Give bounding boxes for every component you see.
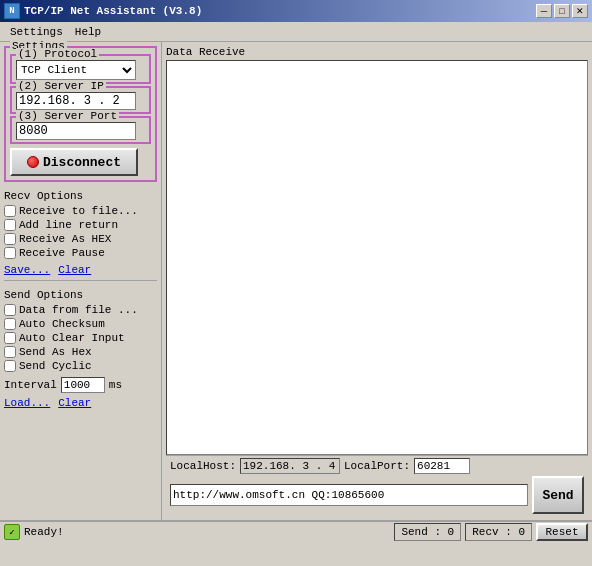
recv-save-link[interactable]: Save... bbox=[4, 264, 50, 276]
recv-count-panel: Recv : 0 bbox=[465, 523, 532, 541]
bottom-area: LocalHost: LocalPort: Send bbox=[166, 455, 588, 516]
menu-bar: Settings Help bbox=[0, 22, 592, 42]
send-checkbox-label-4: Send Cyclic bbox=[19, 360, 92, 372]
localhost-input[interactable] bbox=[240, 458, 340, 474]
recv-checkbox-input-2[interactable] bbox=[4, 233, 16, 245]
send-data-input[interactable] bbox=[170, 484, 528, 506]
localport-label: LocalPort: bbox=[344, 460, 410, 472]
divider bbox=[4, 280, 157, 281]
send-checkbox-label-1: Auto Checksum bbox=[19, 318, 105, 330]
data-receive-label: Data Receive bbox=[166, 46, 588, 58]
localport-input[interactable] bbox=[414, 458, 470, 474]
title-bar-title: TCP/IP Net Assistant (V3.8) bbox=[24, 5, 202, 17]
send-checkbox-input-4[interactable] bbox=[4, 360, 16, 372]
send-options: Send Options Data from file ... Auto Che… bbox=[4, 289, 157, 409]
send-checkbox-1: Auto Checksum bbox=[4, 317, 157, 331]
recv-checkbox-1: Add line return bbox=[4, 218, 157, 232]
protocol-select[interactable]: TCP Client TCP Server UDP bbox=[16, 60, 136, 80]
serverport-group: (3) Server Port bbox=[10, 116, 151, 144]
interval-row: Interval ms bbox=[4, 377, 157, 393]
send-checkbox-label-3: Send As Hex bbox=[19, 346, 92, 358]
recv-options: Recv Options Receive to file... Add line… bbox=[4, 190, 157, 276]
red-dot-icon bbox=[27, 156, 39, 168]
send-load-link[interactable]: Load... bbox=[4, 397, 50, 409]
send-count-panel: Send : 0 bbox=[394, 523, 461, 541]
send-checkbox-input-3[interactable] bbox=[4, 346, 16, 358]
localhost-label: LocalHost: bbox=[170, 460, 236, 472]
menu-help[interactable]: Help bbox=[69, 24, 107, 40]
serverport-input[interactable] bbox=[16, 122, 136, 140]
protocol-label: (1) Protocol bbox=[16, 48, 99, 60]
localhost-row: LocalHost: LocalPort: bbox=[170, 458, 584, 474]
right-panel: Data Receive LocalHost: LocalPort: Send bbox=[162, 42, 592, 520]
send-row: Send bbox=[170, 476, 584, 514]
serverip-input[interactable] bbox=[16, 92, 136, 110]
status-bar: ✓ Ready! Send : 0 Recv : 0 Reset bbox=[0, 520, 592, 542]
recv-checkbox-3: Receive Pause bbox=[4, 246, 157, 260]
send-checkbox-input-0[interactable] bbox=[4, 304, 16, 316]
send-checkbox-3: Send As Hex bbox=[4, 345, 157, 359]
app-icon: N bbox=[4, 3, 20, 19]
minimize-button[interactable]: ─ bbox=[536, 4, 552, 18]
recv-checkbox-2: Receive As HEX bbox=[4, 232, 157, 246]
left-panel: Settings (1) Protocol TCP Client TCP Ser… bbox=[0, 42, 162, 520]
send-link-row: Load... Clear bbox=[4, 397, 157, 409]
disconnect-button[interactable]: Disconnect bbox=[10, 148, 138, 176]
interval-label: Interval bbox=[4, 379, 57, 391]
send-checkbox-label-0: Data from file ... bbox=[19, 304, 138, 316]
data-receive-area bbox=[166, 60, 588, 455]
recv-checkbox-input-1[interactable] bbox=[4, 219, 16, 231]
close-button[interactable]: ✕ bbox=[572, 4, 588, 18]
title-bar: N TCP/IP Net Assistant (V3.8) ─ □ ✕ bbox=[0, 0, 592, 22]
status-left: ✓ Ready! bbox=[4, 524, 390, 540]
serverip-label: (2) Server IP bbox=[16, 80, 106, 92]
menu-settings[interactable]: Settings bbox=[4, 24, 69, 40]
maximize-button[interactable]: □ bbox=[554, 4, 570, 18]
recv-checkbox-input-0[interactable] bbox=[4, 205, 16, 217]
send-checkbox-label-2: Auto Clear Input bbox=[19, 332, 125, 344]
interval-input[interactable] bbox=[61, 377, 105, 393]
recv-checkbox-label-0: Receive to file... bbox=[19, 205, 138, 217]
recv-checkbox-label-3: Receive Pause bbox=[19, 247, 105, 259]
send-checkbox-input-1[interactable] bbox=[4, 318, 16, 330]
settings-group: Settings (1) Protocol TCP Client TCP Ser… bbox=[4, 46, 157, 182]
send-checkbox-2: Auto Clear Input bbox=[4, 331, 157, 345]
title-bar-buttons: ─ □ ✕ bbox=[536, 4, 588, 18]
send-checkbox-input-2[interactable] bbox=[4, 332, 16, 344]
send-checkbox-4: Send Cyclic bbox=[4, 359, 157, 373]
title-bar-left: N TCP/IP Net Assistant (V3.8) bbox=[4, 3, 202, 19]
disconnect-label: Disconnect bbox=[43, 155, 121, 170]
send-clear-link[interactable]: Clear bbox=[58, 397, 91, 409]
reset-button[interactable]: Reset bbox=[536, 523, 588, 541]
recv-clear-link[interactable]: Clear bbox=[58, 264, 91, 276]
recv-checkbox-label-2: Receive As HEX bbox=[19, 233, 111, 245]
main-layout: Settings (1) Protocol TCP Client TCP Ser… bbox=[0, 42, 592, 520]
recv-link-row: Save... Clear bbox=[4, 264, 157, 276]
send-button[interactable]: Send bbox=[532, 476, 584, 514]
send-checkbox-0: Data from file ... bbox=[4, 303, 157, 317]
recv-checkbox-input-3[interactable] bbox=[4, 247, 16, 259]
interval-unit: ms bbox=[109, 379, 122, 391]
ready-icon: ✓ bbox=[4, 524, 20, 540]
serverport-label: (3) Server Port bbox=[16, 110, 119, 122]
send-options-title: Send Options bbox=[4, 289, 157, 301]
recv-checkbox-0: Receive to file... bbox=[4, 204, 157, 218]
ready-label: Ready! bbox=[24, 526, 64, 538]
recv-options-title: Recv Options bbox=[4, 190, 157, 202]
recv-checkbox-label-1: Add line return bbox=[19, 219, 118, 231]
